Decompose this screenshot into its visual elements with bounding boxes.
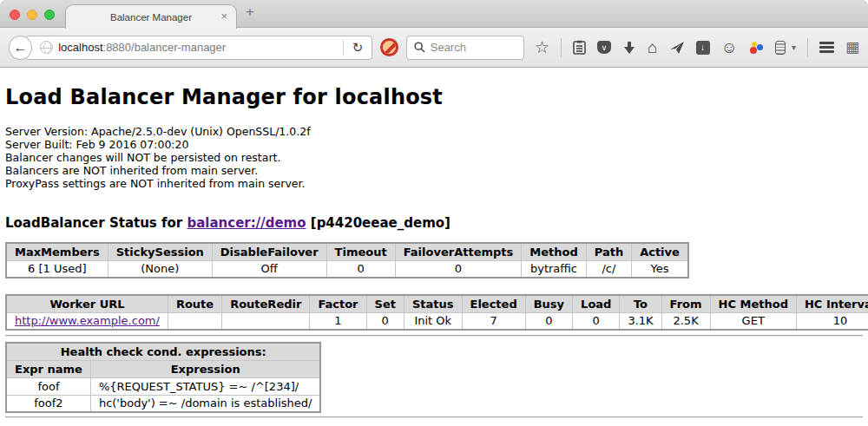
- cell: 6 [1 Used]: [6, 260, 108, 278]
- smiley-extension-icon[interactable]: ☺: [721, 39, 738, 56]
- pocket-icon[interactable]: ∨: [597, 41, 611, 54]
- notice-line: Balancer changes will NOT be persisted o…: [5, 151, 863, 164]
- tab-title: Balancer Manager: [110, 12, 192, 23]
- bookmark-star-icon[interactable]: ☆: [535, 39, 549, 56]
- cell: 7: [462, 312, 525, 330]
- health-check-table: Health check cond. expressions: Expr nam…: [5, 342, 321, 413]
- cell: bytraffic: [522, 260, 586, 278]
- header-cell: StickySession: [108, 243, 212, 260]
- search-input[interactable]: [431, 41, 509, 54]
- reload-button[interactable]: ↻: [349, 40, 367, 56]
- save-extension-icon[interactable]: ↓: [696, 41, 710, 55]
- send-plane-icon[interactable]: [669, 41, 685, 55]
- cell: 0: [326, 260, 395, 278]
- close-window-button[interactable]: [10, 10, 20, 20]
- table-header-row: Expr name Expression: [6, 360, 320, 377]
- tab-close-icon[interactable]: ×: [220, 10, 227, 23]
- header-cell: Load: [573, 295, 620, 312]
- server-version-line: Server Version: Apache/2.5.0-dev (Unix) …: [5, 125, 863, 138]
- cell: [222, 312, 310, 330]
- cell: Init Ok: [404, 312, 462, 330]
- header-cell: Elected: [462, 295, 525, 312]
- table-header-row: MaxMembers StickySession DisableFailover…: [6, 243, 688, 260]
- pocket-chevron-icon: ∨: [602, 43, 608, 52]
- image-blocker-icon[interactable]: [380, 38, 398, 56]
- colored-dots-extension-icon[interactable]: [749, 41, 764, 55]
- cell: 10: [796, 312, 868, 330]
- table-title-row: Health check cond. expressions:: [6, 343, 320, 360]
- expr-name-cell: foof2: [6, 395, 90, 412]
- worker-url-link[interactable]: http://www.example.com/: [15, 314, 160, 327]
- balancer-heading-prefix: LoadBalancer Status for: [5, 215, 182, 231]
- header-cell: Timeout: [326, 243, 395, 260]
- search-bar[interactable]: [406, 36, 524, 60]
- toolbar-icons: ☆ ∨ ⌂ ↓ ☺ ▾ ▦: [535, 38, 859, 57]
- balancer-heading-suffix: [p4420eeae_demo]: [311, 215, 450, 231]
- header-cell: Path: [586, 243, 631, 260]
- table-header-row: Worker URL Route RouteRedir Factor Set S…: [6, 295, 868, 312]
- navigation-toolbar: ← localhost:8880/balancer-manager ↻ ☆ ∨ …: [0, 28, 868, 68]
- header-cell: Factor: [310, 295, 366, 312]
- cell: 0: [395, 260, 522, 278]
- cell: 0: [573, 312, 620, 330]
- balancer-demo-link[interactable]: balancer://demo: [187, 215, 306, 231]
- search-icon: [414, 42, 425, 53]
- header-cell: RouteRedir: [222, 295, 310, 312]
- url-host: localhost: [58, 41, 102, 54]
- url-text[interactable]: localhost:8880/balancer-manager: [58, 41, 337, 54]
- server-info: Server Version: Apache/2.5.0-dev (Unix) …: [5, 125, 863, 190]
- back-icon: ←: [14, 40, 28, 56]
- cell: Off: [212, 260, 326, 278]
- cell: 1: [310, 312, 366, 330]
- cell: (None): [108, 260, 212, 278]
- home-icon[interactable]: ⌂: [648, 39, 657, 56]
- notice-line: ProxyPass settings are NOT inherited fro…: [5, 177, 863, 190]
- notice-line: Balancers are NOT inherited from main se…: [5, 164, 863, 177]
- browser-window: Balancer Manager × + ← localhost:8880/ba…: [0, 0, 868, 426]
- header-cell: Status: [404, 295, 462, 312]
- table-row: foof2 hc('body') =~ /domain is establish…: [6, 395, 320, 412]
- cell: [168, 312, 221, 330]
- table-row: http://www.example.com/ 1 0 Init Ok 7 0 …: [6, 312, 868, 330]
- expression-cell: %{REQUEST_STATUS} =~ /^[234]/: [90, 377, 320, 395]
- header-cell: Expression: [90, 360, 320, 377]
- expr-name-cell: foof: [6, 377, 90, 395]
- divider-bottom: [5, 416, 863, 418]
- menu-icon[interactable]: [819, 42, 834, 53]
- server-built-line: Server Built: Feb 9 2016 07:00:20: [5, 138, 863, 151]
- header-cell: HC Method: [710, 295, 796, 312]
- table-row: foof %{REQUEST_STATUS} =~ /^[234]/: [6, 377, 320, 395]
- back-button[interactable]: ←: [9, 36, 32, 60]
- reading-list-icon[interactable]: [573, 40, 586, 55]
- cell: 2.5K: [661, 312, 710, 330]
- header-cell: FailoverAttempts: [395, 243, 522, 260]
- globe-icon: [40, 41, 53, 54]
- cell: 3.1K: [620, 312, 661, 330]
- container-extension-icon[interactable]: [775, 41, 786, 55]
- toolbar-divider-2: [807, 38, 808, 57]
- url-bar[interactable]: localhost:8880/balancer-manager ↻: [25, 36, 372, 60]
- minimize-window-button[interactable]: [27, 10, 37, 20]
- cell: 0: [525, 312, 572, 330]
- urlbar-divider: [343, 40, 344, 56]
- traffic-lights: [10, 10, 55, 20]
- header-cell: Route: [168, 295, 221, 312]
- balancer-status-heading: LoadBalancer Status for balancer://demo …: [5, 215, 863, 231]
- save-arrow-icon: ↓: [700, 43, 705, 52]
- expression-cell: hc('body') =~ /domain is established/: [90, 395, 320, 412]
- page-title: Load Balancer Manager for localhost: [5, 68, 863, 109]
- tab-balancer-manager[interactable]: Balancer Manager ×: [65, 4, 237, 29]
- zoom-window-button[interactable]: [44, 10, 55, 20]
- titlebar: Balancer Manager × +: [0, 0, 868, 28]
- grid-icon[interactable]: ▦: [845, 38, 859, 56]
- new-tab-button[interactable]: +: [246, 3, 254, 21]
- health-table-title: Health check cond. expressions:: [6, 343, 320, 360]
- header-cell: Active: [632, 243, 688, 260]
- header-cell: DisableFailover: [212, 243, 326, 260]
- download-icon[interactable]: [622, 41, 636, 55]
- header-cell: Set: [366, 295, 404, 312]
- chevron-down-icon[interactable]: ▾: [792, 43, 796, 52]
- header-cell: From: [661, 295, 710, 312]
- worker-table: Worker URL Route RouteRedir Factor Set S…: [5, 294, 868, 331]
- header-cell: Worker URL: [6, 295, 168, 312]
